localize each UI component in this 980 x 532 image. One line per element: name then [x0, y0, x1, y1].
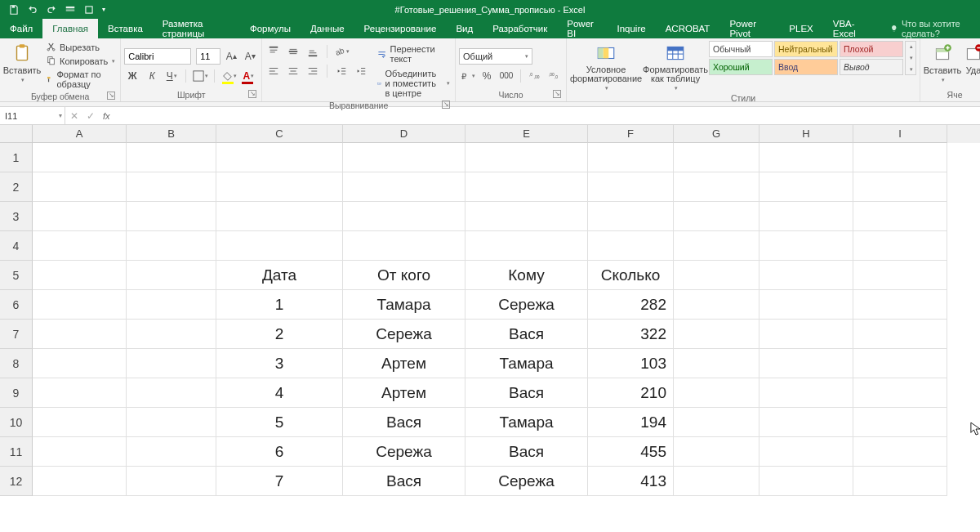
cell[interactable] — [853, 202, 947, 231]
cell[interactable] — [760, 261, 853, 290]
font-color-button[interactable]: А▾ — [240, 68, 256, 84]
cell[interactable] — [127, 290, 216, 320]
column-header[interactable]: C — [216, 125, 343, 143]
tab-power-pivot[interactable]: Power Pivot — [719, 19, 779, 38]
conditional-format-button[interactable]: Условное форматирование▾ — [570, 41, 642, 92]
qat-dropdown-icon[interactable]: ▾ — [102, 6, 105, 13]
fx-icon[interactable]: fx — [103, 111, 110, 121]
cell[interactable]: Вася — [466, 320, 588, 349]
cell[interactable] — [466, 143, 588, 172]
cell[interactable] — [588, 172, 674, 202]
row-header[interactable]: 5 — [0, 261, 33, 290]
cell[interactable]: 5 — [216, 408, 343, 437]
cell[interactable] — [127, 172, 216, 202]
undo-icon[interactable] — [27, 4, 38, 16]
underline-button[interactable]: Ч▾ — [163, 68, 180, 84]
worksheet[interactable]: ABCDEFGHI 12345ДатаОт когоКомуСколько61Т… — [0, 125, 980, 496]
cell[interactable] — [216, 202, 343, 231]
cell[interactable]: 282 — [588, 290, 674, 320]
cell[interactable]: Вася — [466, 378, 588, 408]
cell[interactable] — [853, 290, 947, 320]
italic-button[interactable]: К — [144, 68, 160, 84]
cell[interactable] — [760, 349, 853, 378]
formula-input[interactable] — [115, 107, 980, 124]
cell[interactable]: 2 — [216, 320, 343, 349]
row-header[interactable]: 10 — [0, 408, 33, 437]
redo-icon[interactable] — [46, 4, 57, 16]
cell[interactable] — [127, 408, 216, 437]
cell[interactable]: Сережа — [343, 437, 466, 467]
row-header[interactable]: 8 — [0, 349, 33, 378]
cell[interactable]: Дата — [216, 261, 343, 290]
cell[interactable] — [127, 143, 216, 172]
cell[interactable] — [127, 437, 216, 467]
style-bad[interactable]: Плохой — [840, 41, 903, 57]
cell[interactable] — [466, 202, 588, 231]
accounting-format-button[interactable]: ₽▾ — [459, 68, 475, 84]
tab-формулы[interactable]: Формулы — [240, 19, 301, 38]
cell[interactable] — [853, 231, 947, 261]
number-format-select[interactable]: Общий▾ — [459, 48, 532, 65]
gallery-more-icon[interactable]: ▾ — [910, 66, 913, 73]
cell[interactable] — [674, 172, 760, 202]
cell[interactable]: Сережа — [343, 320, 466, 349]
cell[interactable] — [127, 261, 216, 290]
style-input[interactable]: Ввод — [774, 59, 838, 75]
tell-me[interactable]: Что вы хотите сделать? — [890, 19, 980, 38]
orientation-button[interactable]: ab▾ — [333, 43, 350, 60]
cell[interactable] — [588, 202, 674, 231]
cell[interactable]: От кого — [343, 261, 466, 290]
cell[interactable] — [33, 202, 127, 231]
tab-вставка[interactable]: Вставка — [98, 19, 153, 38]
bold-button[interactable]: Ж — [124, 68, 140, 84]
cell[interactable] — [760, 202, 853, 231]
cell[interactable] — [853, 320, 947, 349]
cell[interactable] — [853, 378, 947, 408]
style-normal[interactable]: Обычный — [709, 41, 773, 57]
cell[interactable] — [853, 437, 947, 467]
borders-button[interactable]: ▾ — [192, 68, 208, 84]
cell[interactable] — [33, 349, 127, 378]
cell[interactable]: Сережа — [466, 467, 588, 496]
align-middle-button[interactable] — [285, 43, 301, 60]
cell[interactable]: 210 — [588, 378, 674, 408]
cell[interactable]: Тамара — [343, 290, 466, 320]
cell[interactable]: 6 — [216, 437, 343, 467]
cell[interactable] — [674, 408, 760, 437]
tab-acrobat[interactable]: ACROBAT — [656, 19, 720, 38]
cell[interactable] — [674, 143, 760, 172]
column-header[interactable]: I — [853, 125, 947, 143]
cell[interactable]: Кому — [466, 261, 588, 290]
tab-vba-excel[interactable]: VBA-Excel — [823, 19, 879, 38]
cell[interactable] — [216, 172, 343, 202]
cell[interactable]: 413 — [588, 467, 674, 496]
cell[interactable] — [33, 320, 127, 349]
format-painter-button[interactable]: Формат по образцу — [44, 69, 117, 90]
cell[interactable] — [33, 172, 127, 202]
cell[interactable] — [33, 143, 127, 172]
tab-главная[interactable]: Главная — [42, 19, 98, 38]
cell[interactable] — [760, 290, 853, 320]
cell[interactable] — [760, 408, 853, 437]
column-header[interactable]: A — [33, 125, 127, 143]
dialog-launcher-icon[interactable]: ↘ — [248, 90, 256, 98]
column-header[interactable]: E — [466, 125, 588, 143]
cell[interactable]: 322 — [588, 320, 674, 349]
cell[interactable] — [760, 172, 853, 202]
column-headers[interactable]: ABCDEFGHI — [33, 125, 980, 143]
cell[interactable] — [33, 408, 127, 437]
tab-рецензирование[interactable]: Рецензирование — [354, 19, 447, 38]
cell[interactable] — [127, 320, 216, 349]
cell[interactable] — [33, 261, 127, 290]
cell[interactable] — [853, 143, 947, 172]
qat-icon[interactable] — [83, 4, 95, 16]
align-bottom-button[interactable] — [305, 43, 321, 60]
gallery-up-icon[interactable]: ▴ — [910, 43, 913, 50]
cell[interactable] — [127, 467, 216, 496]
format-as-table-button[interactable]: Форматировать как таблицу▾ — [642, 41, 709, 92]
cell[interactable] — [674, 437, 760, 467]
cell[interactable] — [33, 231, 127, 261]
row-header[interactable]: 2 — [0, 172, 33, 202]
cell[interactable]: 7 — [216, 467, 343, 496]
comma-style-button[interactable]: 000 — [498, 68, 514, 84]
